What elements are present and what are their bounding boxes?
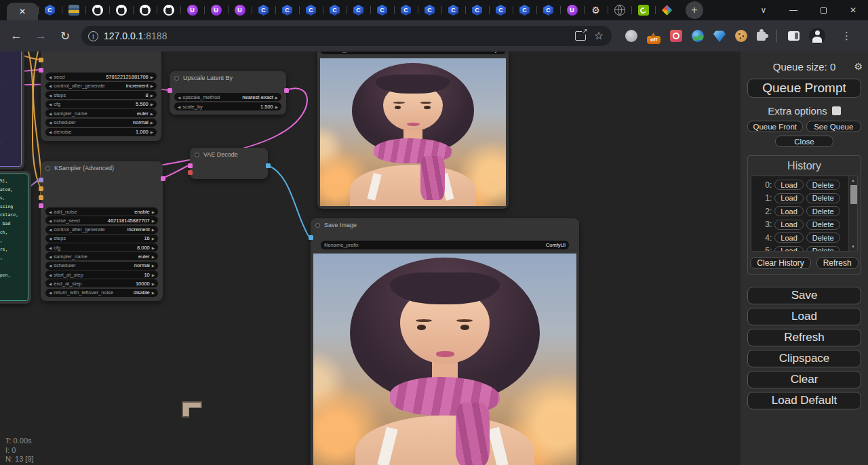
widget-row[interactable]: denoise 1.000 xyxy=(45,128,157,136)
slot-conditioning[interactable] xyxy=(39,195,43,200)
history-delete-button[interactable]: Delete xyxy=(806,193,840,203)
ksampler-node[interactable]: seed 578122121881706 control_after_gener… xyxy=(41,52,161,141)
widget-decrement-icon[interactable] xyxy=(178,94,180,100)
history-load-button[interactable]: Load xyxy=(774,246,803,251)
widget-row[interactable]: steps 16 xyxy=(45,235,158,243)
history-load-button[interactable]: Load xyxy=(774,232,803,243)
widget-increment-icon[interactable] xyxy=(152,262,155,268)
extensions-puzzle-icon[interactable] xyxy=(757,32,766,41)
history-delete-button[interactable]: Delete xyxy=(806,232,840,243)
widget-decrement-icon[interactable] xyxy=(49,226,52,232)
pinned-tab[interactable]: U xyxy=(560,0,584,20)
widget-value[interactable]: 10000 xyxy=(136,281,150,287)
profile-avatar[interactable] xyxy=(809,28,825,44)
url-text[interactable]: 127.0.0.1:8188 xyxy=(104,31,570,41)
site-info-icon[interactable] xyxy=(88,31,98,41)
pinned-tab[interactable]: C xyxy=(536,0,560,20)
queue-prompt-button[interactable]: Queue Prompt xyxy=(747,79,861,98)
pinned-tab[interactable] xyxy=(62,0,85,20)
widget-row[interactable]: upscale_method nearest-exact xyxy=(174,93,281,101)
widget-value[interactable]: euler xyxy=(138,254,150,260)
widget-row[interactable]: seed 578122121881706 xyxy=(45,73,157,81)
settings-gear-icon[interactable]: ⚙ xyxy=(854,61,863,72)
history-load-button[interactable]: Load xyxy=(774,220,803,230)
pinned-tab[interactable]: U xyxy=(180,0,204,20)
widget-increment-icon[interactable] xyxy=(275,94,278,100)
scrollbar-thumb[interactable] xyxy=(850,185,857,204)
widget-row[interactable]: control_after_generate increment xyxy=(45,226,158,234)
pinned-tab[interactable]: U xyxy=(204,0,228,20)
widget-increment-icon[interactable] xyxy=(152,289,155,296)
widget-increment-icon[interactable] xyxy=(151,119,153,125)
pinned-tab[interactable] xyxy=(608,0,631,20)
active-tab[interactable]: ✕ xyxy=(7,3,38,20)
widget-value[interactable]: ComfyUI xyxy=(483,52,502,53)
widget-value[interactable]: 5.500 xyxy=(136,101,149,107)
slot-image[interactable] xyxy=(266,163,271,168)
history-scrollbar[interactable]: ▲ ▼ xyxy=(848,176,857,251)
widget-value[interactable]: ComfyUI xyxy=(546,242,566,248)
widget-decrement-icon[interactable] xyxy=(49,129,52,135)
restore-icon[interactable] xyxy=(808,0,838,20)
widget-increment-icon[interactable] xyxy=(151,83,153,89)
pinned-tab[interactable] xyxy=(133,0,157,20)
history-delete-button[interactable]: Delete xyxy=(806,206,840,216)
widget-value[interactable]: increment xyxy=(127,226,150,232)
menu-button[interactable]: Clipspace xyxy=(747,350,861,367)
widget-value[interactable]: nearest-exact xyxy=(242,94,273,100)
widget-row[interactable]: scale_by 1.500 xyxy=(174,102,281,110)
slot-vae[interactable] xyxy=(188,170,193,175)
widget-value[interactable]: 10 xyxy=(144,272,149,278)
widget-increment-icon[interactable] xyxy=(152,209,155,215)
close-tab-icon[interactable]: ✕ xyxy=(19,7,26,16)
history-refresh-button[interactable]: Refresh xyxy=(816,257,859,269)
extension-globe-icon[interactable] xyxy=(625,30,637,42)
widget-value[interactable]: normal xyxy=(133,119,149,125)
history-delete-button[interactable]: Delete xyxy=(806,246,840,251)
widget-row[interactable]: start_at_step 10 xyxy=(45,270,158,279)
widget-value[interactable]: enable xyxy=(134,209,150,215)
new-tab-button[interactable]: + xyxy=(686,1,703,19)
save-image-node[interactable]: Save Image filename_prefix ComfyUI xyxy=(311,218,579,465)
pinned-tab[interactable]: C xyxy=(465,0,489,20)
history-load-button[interactable]: Load xyxy=(774,206,803,216)
pinned-tab[interactable]: C xyxy=(441,0,465,20)
widget-decrement-icon[interactable] xyxy=(49,209,52,215)
widget-row[interactable]: control_after_generate increment xyxy=(45,82,157,90)
positive-prompt-text[interactable]: ilingils,soft, RAW,urredh theledmideileh… xyxy=(0,52,22,167)
widget-increment-icon[interactable] xyxy=(152,281,155,287)
widget-row[interactable]: noise_seed 462118145887707 xyxy=(45,216,158,224)
widget-value[interactable]: 8.000 xyxy=(137,245,150,251)
negative-prompt-text[interactable]: w:0.5],utilated,limbs,, missing, necklac… xyxy=(0,174,28,301)
tab-search-chevron-icon[interactable]: ∨ xyxy=(749,0,778,20)
widget-decrement-icon[interactable] xyxy=(49,74,52,80)
widget-value[interactable]: 578122121881706 xyxy=(106,74,149,80)
widget-row[interactable]: filename_prefix ComfyUI xyxy=(320,52,506,54)
widget-increment-icon[interactable] xyxy=(152,226,155,232)
pinned-tab[interactable]: C xyxy=(513,0,536,20)
slot-conditioning[interactable] xyxy=(39,58,43,62)
widget-increment-icon[interactable] xyxy=(275,104,278,110)
side-panel-icon[interactable] xyxy=(788,31,800,41)
scroll-up-icon[interactable]: ▲ xyxy=(849,176,857,184)
close-button[interactable]: Close xyxy=(775,136,833,147)
slot-conditioning[interactable] xyxy=(39,186,43,191)
comfyui-canvas[interactable]: ilingils,soft, RAW,urredh theledmideileh… xyxy=(0,52,741,465)
slot-latent[interactable] xyxy=(39,68,43,73)
pinned-tab[interactable]: C xyxy=(252,0,275,20)
vae-decode-node[interactable]: VAE Decode xyxy=(190,148,268,179)
widget-decrement-icon[interactable] xyxy=(49,235,52,241)
pinned-tab[interactable] xyxy=(631,0,655,20)
address-bar[interactable]: 127.0.0.1:8188 ☆ xyxy=(81,26,612,46)
pinned-tab[interactable] xyxy=(85,0,109,20)
close-window-icon[interactable]: ✕ xyxy=(838,0,868,20)
history-delete-button[interactable]: Delete xyxy=(806,180,840,190)
widget-row[interactable]: end_at_step 10000 xyxy=(45,279,158,287)
widget-row[interactable]: scheduler normal xyxy=(45,119,157,127)
widget-value[interactable]: euler xyxy=(137,110,149,117)
widget-decrement-icon[interactable] xyxy=(49,119,52,125)
widget-decrement-icon[interactable] xyxy=(49,262,52,268)
history-load-button[interactable]: Load xyxy=(774,180,803,190)
widget-increment-icon[interactable] xyxy=(151,92,153,98)
menu-button[interactable]: Refresh xyxy=(747,329,861,346)
